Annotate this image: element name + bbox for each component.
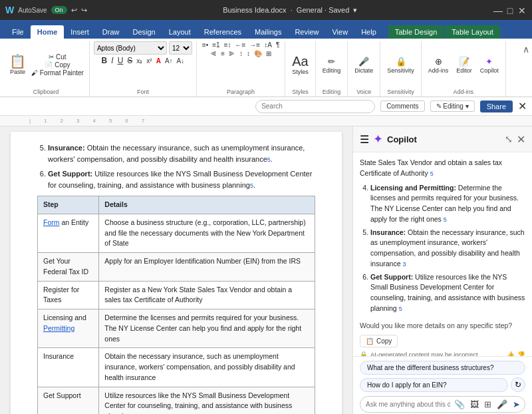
search-input[interactable] — [255, 100, 375, 113]
tab-file[interactable]: File — [5, 25, 31, 39]
bullets-button[interactable]: ≡• — [201, 41, 209, 49]
copilot-input[interactable] — [366, 401, 450, 408]
refresh-suggestion-button[interactable]: ↻ — [511, 377, 525, 392]
strikethrough-button[interactable]: S — [126, 56, 134, 65]
tab-references[interactable]: References — [198, 25, 248, 39]
borders-button[interactable]: ⊞ — [265, 50, 273, 57]
decrease-font-button[interactable]: A↓ — [176, 57, 186, 65]
copilot-header: ☰ ✦ Copilot ⤡ ✕ — [353, 126, 532, 152]
multilevel-button[interactable]: ≡↕ — [223, 41, 233, 49]
copilot-close-button[interactable]: ✕ — [517, 133, 525, 146]
copilot-ref-2[interactable]: 5 — [444, 216, 447, 223]
tab-view[interactable]: View — [325, 25, 354, 39]
format-painter-button[interactable]: 🖌 Format Painter — [30, 69, 85, 77]
tab-review[interactable]: Review — [288, 25, 325, 39]
copilot-footer: What are the different business structur… — [353, 356, 532, 414]
send-icon[interactable]: ➤ — [511, 399, 521, 409]
tab-insert[interactable]: Insert — [64, 25, 96, 39]
support-ref[interactable]: 5 — [250, 182, 253, 189]
minimize-button[interactable]: — — [493, 5, 503, 15]
font-size-select[interactable]: 12 — [169, 41, 192, 55]
tab-layout[interactable]: Layout — [162, 25, 198, 39]
align-center-button[interactable]: ≡ — [219, 50, 226, 57]
image-icon[interactable]: 🖼 — [469, 399, 480, 409]
copilot-copy-button[interactable]: 📋 Copy — [360, 335, 398, 347]
step-federal-tax: Get Your Federal Tax ID — [38, 253, 99, 282]
bold-button[interactable]: B — [100, 56, 109, 65]
copilot-expand-icon[interactable]: ⤡ — [505, 134, 513, 144]
close-panel-button[interactable]: ✕ — [518, 100, 527, 112]
grid-icon[interactable]: ⊞ — [483, 399, 493, 409]
dictate-btn-wrap: 🎤 Dictate — [352, 41, 376, 89]
form-link[interactable]: Form — [43, 218, 60, 226]
copilot-ref-1[interactable]: 5 — [430, 170, 434, 177]
thumbs-down-icon[interactable]: 👎 — [517, 350, 525, 356]
share-button[interactable]: Share — [480, 101, 513, 112]
italic-button[interactable]: I — [110, 56, 114, 65]
align-left-button[interactable]: ⫷ — [209, 50, 218, 57]
comments-button[interactable]: Comments — [380, 101, 424, 112]
tab-table-design[interactable]: Table Design — [388, 25, 444, 39]
suggestion-button-2[interactable]: How do I apply for an EIN? — [360, 378, 508, 392]
copilot-menu-icon[interactable]: ☰ — [360, 133, 369, 146]
copilot-list: Licensing and Permitting: Determine the … — [370, 183, 525, 314]
redo-icon[interactable]: ↪ — [81, 6, 87, 15]
increase-font-button[interactable]: A↑ — [164, 57, 174, 65]
align-right-button[interactable]: ⫸ — [227, 50, 237, 57]
editor-button[interactable]: 📝 Editor — [454, 55, 475, 75]
styles-button[interactable]: Aa Styles — [289, 53, 311, 77]
superscript-button[interactable]: x² — [145, 57, 153, 65]
cut-button[interactable]: ✂ Cut — [30, 53, 85, 61]
editing-button[interactable]: ✏ Editing — [320, 55, 344, 75]
addins-button[interactable]: ⊕ Add-ins — [426, 55, 452, 75]
font-color-button[interactable]: A — [155, 57, 162, 65]
ribbon-group-voice: 🎤 Dictate Voice — [348, 41, 380, 97]
paste-button[interactable]: 📋 Paste — [7, 53, 29, 77]
decrease-indent-button[interactable]: ←≡ — [234, 41, 247, 49]
font-family-select[interactable]: Aptos (Body) — [94, 41, 167, 55]
warning-text: AI-generated content may be incorrect — [370, 350, 478, 356]
subscript-button[interactable]: x₂ — [135, 57, 144, 65]
tab-draw[interactable]: Draw — [96, 25, 126, 39]
editing-mode-button[interactable]: ✎ Editing ▾ — [430, 101, 475, 112]
copilot-title: Copilot — [387, 134, 501, 144]
ribbon-tabs: File Home Insert Draw Design Layout Refe… — [0, 20, 532, 39]
maximize-button[interactable]: □ — [505, 5, 515, 15]
save-location: General · Saved — [297, 6, 350, 14]
search-bar: Comments ✎ Editing ▾ Share ✕ — [0, 97, 532, 116]
tab-help[interactable]: Help — [354, 25, 383, 39]
copilot-ref-3[interactable]: 3 — [402, 261, 406, 268]
sort-button[interactable]: ↕A — [263, 41, 273, 49]
sensitivity-button[interactable]: 🔒 Sensitivity — [384, 55, 417, 75]
numbering-button[interactable]: ≡1 — [211, 41, 221, 49]
suggestion-button-1[interactable]: What are the different business structur… — [360, 361, 525, 375]
underline-button[interactable]: U — [116, 56, 125, 65]
dictate-button[interactable]: 🎤 Dictate — [352, 55, 376, 75]
clipboard-buttons: 📋 Paste ✂ Cut 📄 Copy 🖌 Format Painter — [7, 41, 85, 89]
tab-mailings[interactable]: Mailings — [248, 25, 288, 39]
show-formatting-button[interactable]: ¶ — [275, 41, 281, 49]
copilot-ribbon-button[interactable]: ✦ Copilot — [477, 55, 501, 75]
shading-button[interactable]: 🎨 — [253, 50, 263, 57]
thumbs-up-icon[interactable]: 👍 — [507, 350, 515, 356]
permitting-link[interactable]: Permitting — [43, 324, 74, 332]
attach-icon[interactable]: 📎 — [453, 399, 466, 409]
autosave-toggle[interactable]: On — [51, 6, 67, 14]
line-spacing-button[interactable]: ↕ — [245, 50, 251, 57]
tab-home[interactable]: Home — [31, 25, 65, 39]
tab-design[interactable]: Design — [126, 25, 162, 39]
undo-icon[interactable]: ↩ — [71, 6, 77, 15]
increase-indent-button[interactable]: →≡ — [248, 41, 261, 49]
editing-group-label: Editing — [320, 89, 344, 97]
step-licensing: Licensing and Permitting — [38, 310, 99, 348]
insurance-ref[interactable]: 5 — [267, 156, 271, 163]
copy-button[interactable]: 📄 Copy — [30, 61, 85, 69]
justify-button[interactable]: ⫶ — [238, 50, 244, 57]
table-row: Get Your Federal Tax ID Apply for an Emp… — [38, 253, 315, 282]
close-button[interactable]: ✕ — [517, 5, 527, 15]
ribbon-expand-button[interactable]: ∧ — [523, 44, 529, 55]
copilot-ref-4[interactable]: 5 — [399, 306, 402, 312]
tab-table-layout[interactable]: Table Layout — [445, 25, 499, 39]
ribbon: 📋 Paste ✂ Cut 📄 Copy 🖌 Format Painter Cl… — [0, 39, 532, 97]
mic-icon[interactable]: 🎤 — [495, 399, 509, 409]
